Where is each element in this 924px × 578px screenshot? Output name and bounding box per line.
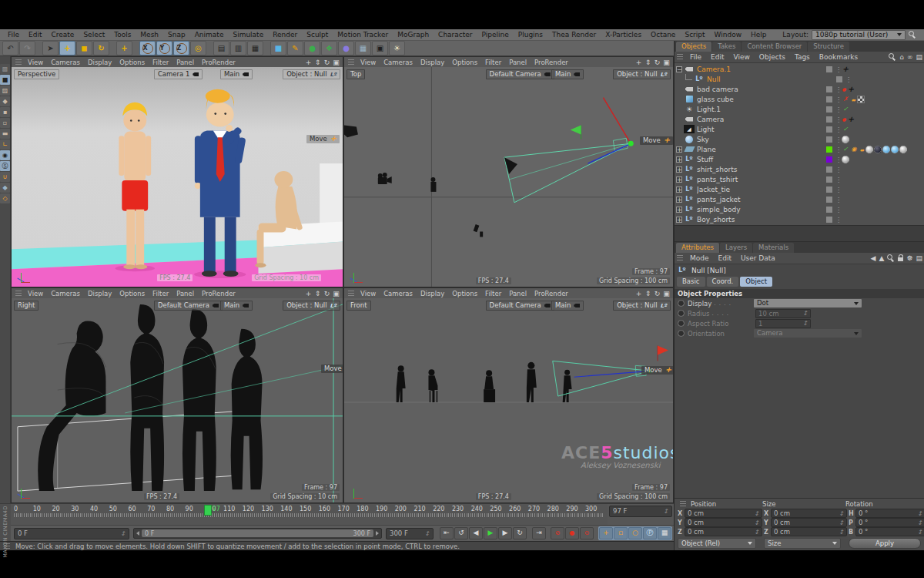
render-main-selector[interactable]: Main xyxy=(551,69,584,79)
viewport-menu-item[interactable]: ProRender xyxy=(531,59,572,66)
object-tree-row[interactable]: Camera.1 xyxy=(675,64,924,74)
animation-dot-icon[interactable] xyxy=(678,310,685,317)
play-forwards-button[interactable]: ▶ xyxy=(484,527,497,539)
object-name[interactable]: shirt_shorts xyxy=(697,166,826,173)
key-position-button[interactable]: + xyxy=(599,527,613,539)
menu-item[interactable]: Simulate xyxy=(228,29,268,40)
view-label[interactable]: Top xyxy=(346,69,365,79)
rotate-tool-button[interactable]: ↻ xyxy=(93,41,109,55)
autokeying-button[interactable]: ● xyxy=(565,527,579,539)
viewport-menu-item[interactable]: Display xyxy=(84,290,116,297)
visibility-dots[interactable] xyxy=(845,76,852,83)
previous-frame-button[interactable]: ◀ xyxy=(469,527,483,539)
workplane-button[interactable]: ◆ xyxy=(0,183,10,193)
expand-toggle[interactable] xyxy=(676,176,682,183)
visibility-dots[interactable] xyxy=(835,156,842,163)
layer-chip[interactable] xyxy=(826,187,832,193)
search-icon[interactable] xyxy=(889,53,896,61)
record-active-objects-button[interactable]: ⊘ xyxy=(551,527,564,539)
visibility-dots[interactable] xyxy=(835,196,842,203)
search-icon[interactable] xyxy=(909,31,916,39)
layer-chip[interactable] xyxy=(826,156,832,163)
maximize-view-icon[interactable]: ▣ xyxy=(663,290,670,297)
visibility-dots[interactable] xyxy=(835,86,842,93)
attributes-menu-item[interactable]: User Data xyxy=(736,254,780,262)
view-label[interactable]: Right xyxy=(14,301,38,311)
attributes-menu-item[interactable]: Edit xyxy=(714,254,736,262)
null-icon[interactable] xyxy=(684,175,695,183)
expand-toggle[interactable] xyxy=(676,187,682,193)
menu-item[interactable]: Tools xyxy=(109,29,136,40)
light-icon[interactable] xyxy=(684,105,695,113)
manager-tab[interactable]: Structure xyxy=(808,42,849,52)
sphere-l-tag-icon[interactable] xyxy=(899,146,907,153)
check-tag-icon[interactable] xyxy=(842,146,849,153)
object-manager-menu-item[interactable]: File xyxy=(685,53,706,61)
object-manager-menu-item[interactable]: Bookmarks xyxy=(815,53,862,61)
visibility-dots[interactable] xyxy=(835,106,842,113)
move-tool-tag[interactable]: Move xyxy=(321,365,343,373)
perspective-canvas[interactable]: Perspective Camera 1 Main Object : Null … xyxy=(12,67,343,287)
pan-view-icon[interactable]: + xyxy=(635,59,642,66)
maximize-view-icon[interactable]: ▣ xyxy=(333,290,340,297)
object-tree-row[interactable]: Light.1 xyxy=(675,104,924,114)
attribute-subtab[interactable]: Object xyxy=(740,277,772,287)
visibility-dots[interactable] xyxy=(835,166,842,173)
render-main-selector[interactable]: Main xyxy=(551,301,584,311)
range-start-field[interactable]: 0 F xyxy=(14,528,129,539)
sphere-b-tag-icon[interactable] xyxy=(882,146,890,153)
character-boy[interactable] xyxy=(119,102,151,269)
viewport-menu-item[interactable]: View xyxy=(24,290,47,297)
object-name[interactable]: pants_jacket xyxy=(697,196,826,203)
panel-grip-icon[interactable] xyxy=(677,255,683,261)
object-tree-row[interactable]: Jacket_tie xyxy=(675,184,924,194)
playhead-marker[interactable] xyxy=(204,505,212,516)
viewport-menu-item[interactable]: Panel xyxy=(172,290,198,297)
object-name[interactable]: Stuff xyxy=(697,156,826,163)
menu-item[interactable]: Animate xyxy=(190,29,229,40)
menu-item[interactable]: Octane xyxy=(646,29,680,40)
object-tree-row[interactable]: Sky xyxy=(675,134,924,144)
add-subdivision-surface-button[interactable]: ● xyxy=(304,41,320,55)
rotate-view-icon[interactable]: ↻ xyxy=(323,59,330,66)
add-deformer-button[interactable]: ● xyxy=(338,41,354,55)
null-icon[interactable] xyxy=(684,165,695,173)
visibility-dots[interactable] xyxy=(835,126,842,133)
panel-menu-icon[interactable]: ▤ xyxy=(916,53,922,61)
stepper-icon[interactable] xyxy=(754,519,759,527)
menu-item[interactable]: Edit xyxy=(24,29,46,40)
xtarget-tag-icon[interactable] xyxy=(847,86,855,93)
camera-icon[interactable] xyxy=(684,65,695,73)
odots-tag-icon[interactable] xyxy=(859,146,865,153)
menu-item[interactable]: MoGraph xyxy=(393,29,434,40)
object-name[interactable]: Plane xyxy=(697,146,826,153)
visibility-dots[interactable] xyxy=(835,216,842,223)
render-settings-button[interactable]: ▦ xyxy=(247,41,263,55)
object-name[interactable]: pants_tshirt xyxy=(697,176,826,183)
check-tag-icon[interactable] xyxy=(842,126,849,133)
visibility-dots[interactable] xyxy=(835,96,842,103)
panel-grip-icon[interactable] xyxy=(348,59,354,66)
locked-object-label[interactable]: Object : Null xyxy=(613,301,671,311)
panel-grip-icon[interactable] xyxy=(348,291,354,297)
range-handle[interactable]: 0 F 300 F xyxy=(142,529,373,537)
coordinate-system-button[interactable]: ◎ xyxy=(190,41,206,55)
expand-toggle[interactable] xyxy=(676,66,682,72)
camera-icon[interactable] xyxy=(684,85,695,93)
object-name[interactable]: Camera.1 xyxy=(697,66,826,73)
expand-toggle[interactable] xyxy=(676,166,682,173)
visibility-dots[interactable] xyxy=(835,146,842,153)
viewport-menu-item[interactable]: View xyxy=(357,59,380,66)
check-tag-icon[interactable] xyxy=(842,106,849,113)
camera-frustum[interactable] xyxy=(504,98,634,203)
object-tree-row[interactable]: bad camera xyxy=(675,84,924,94)
goto-start-button[interactable]: ⇤ xyxy=(440,527,454,539)
magnet-button[interactable]: ∪ xyxy=(0,172,10,182)
viewport-menu-item[interactable]: Filter xyxy=(481,59,505,66)
property-dropdown[interactable]: Dot xyxy=(754,299,862,307)
sphere-l-tag-icon[interactable] xyxy=(842,156,849,163)
stepper-icon[interactable] xyxy=(802,319,808,328)
lock-y-axis-button[interactable]: Y xyxy=(156,41,172,55)
workplane-mode-button[interactable]: ◆ xyxy=(0,96,10,106)
position-field[interactable]: 0 cm xyxy=(685,527,762,536)
